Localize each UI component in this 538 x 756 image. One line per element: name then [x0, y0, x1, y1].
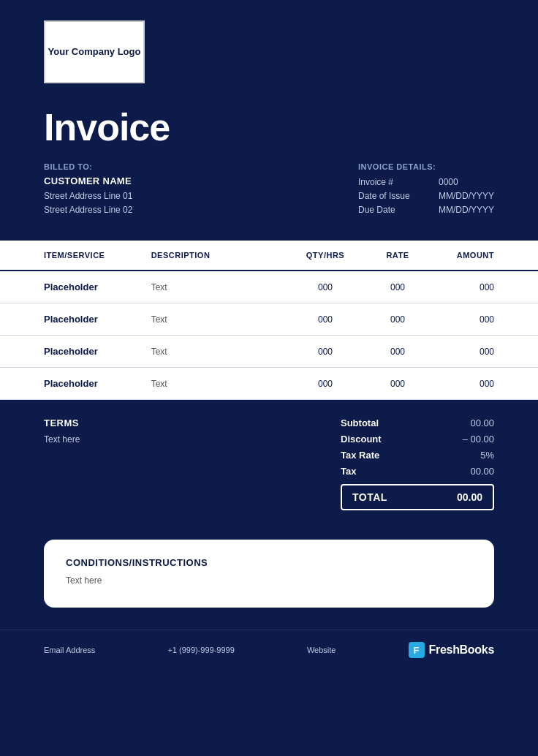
- row-rate: 000: [365, 347, 430, 357]
- date-issue-row: Date of Issue MM/DD/YYYY: [358, 191, 494, 201]
- row-item: Placeholder: [44, 378, 151, 389]
- row-qty: 000: [285, 282, 365, 292]
- table-header: ITEM/SERVICE DESCRIPTION QTY/HRS RATE AM…: [0, 241, 538, 271]
- table-row: Placeholder Text 000 000 000: [0, 303, 538, 336]
- row-item: Placeholder: [44, 281, 151, 292]
- invoice-details: INVOICE DETAILS: Invoice # 0000 Date of …: [358, 162, 494, 219]
- freshbooks-icon: F: [409, 642, 425, 658]
- billed-to: BILLED TO: CUSTOMER NAME Street Address …: [44, 162, 132, 219]
- col-header-item: ITEM/SERVICE: [44, 251, 151, 260]
- invoice-title-section: Invoice: [0, 98, 538, 149]
- conditions-text: Text here: [66, 575, 472, 586]
- row-desc: Text: [151, 347, 285, 357]
- row-rate: 000: [365, 314, 430, 325]
- due-date-val: MM/DD/YYYY: [439, 205, 494, 215]
- total-box: TOTAL 00.00: [341, 484, 494, 510]
- address-line2: Street Address Line 02: [44, 203, 132, 217]
- row-item: Placeholder: [44, 314, 151, 325]
- table-row: Placeholder Text 000 000 000: [0, 271, 538, 303]
- total-val: 00.00: [457, 491, 482, 503]
- col-header-qty: QTY/HRS: [285, 251, 365, 260]
- table-row: Placeholder Text 000 000 000: [0, 368, 538, 400]
- tax-label: Tax: [341, 466, 399, 477]
- col-header-amount: AMOUNT: [430, 251, 494, 260]
- footer-phone: +1 (999)-999-9999: [167, 646, 234, 654]
- invoice-details-label: INVOICE DETAILS:: [358, 162, 494, 171]
- row-item: Placeholder: [44, 346, 151, 357]
- conditions-section: CONDITIONS/INSTRUCTIONS Text here: [0, 532, 538, 630]
- freshbooks-name: FreshBooks: [429, 643, 494, 657]
- invoice-num-row: Invoice # 0000: [358, 177, 494, 187]
- invoice-num-val: 0000: [439, 177, 458, 187]
- row-amount: 000: [430, 379, 494, 389]
- conditions-title: CONDITIONS/INSTRUCTIONS: [66, 557, 472, 568]
- tax-rate-val: 5%: [450, 450, 494, 461]
- row-qty: 000: [285, 314, 365, 325]
- discount-line: Discount – 00.00: [341, 434, 494, 445]
- terms-title: TERMS: [44, 417, 341, 428]
- row-rate: 000: [365, 282, 430, 292]
- date-issue-val: MM/DD/YYYY: [439, 191, 494, 201]
- freshbooks-logo: F FreshBooks: [409, 642, 494, 658]
- totals-block: Subtotal 00.00 Discount – 00.00 Tax Rate…: [341, 417, 494, 510]
- date-issue-label: Date of Issue: [358, 191, 424, 201]
- subtotal-line: Subtotal 00.00: [341, 417, 494, 428]
- terms-text: Text here: [44, 434, 341, 445]
- totals-section: TERMS Text here Subtotal 00.00 Discount …: [0, 400, 538, 532]
- row-rate: 000: [365, 379, 430, 389]
- row-desc: Text: [151, 314, 285, 325]
- tax-val: 00.00: [450, 466, 494, 477]
- row-desc: Text: [151, 379, 285, 389]
- invoice-title: Invoice: [44, 105, 494, 149]
- row-desc: Text: [151, 282, 285, 292]
- due-date-row: Due Date MM/DD/YYYY: [358, 205, 494, 215]
- customer-name: CUSTOMER NAME: [44, 175, 132, 186]
- subtotal-val: 00.00: [450, 417, 494, 428]
- discount-label: Discount: [341, 434, 399, 445]
- tax-rate-line: Tax Rate 5%: [341, 450, 494, 461]
- footer: Email Address +1 (999)-999-9999 Website …: [0, 630, 538, 670]
- due-date-label: Due Date: [358, 205, 424, 215]
- tax-line: Tax 00.00: [341, 466, 494, 477]
- logo-box: Your Company Logo: [44, 20, 145, 83]
- subtotal-label: Subtotal: [341, 417, 399, 428]
- row-qty: 000: [285, 379, 365, 389]
- col-header-rate: RATE: [365, 251, 430, 260]
- tax-rate-label: Tax Rate: [341, 450, 399, 461]
- invoice-num-label: Invoice #: [358, 177, 424, 187]
- billed-to-label: BILLED TO:: [44, 162, 132, 171]
- logo-text: Your Company Logo: [48, 46, 141, 58]
- terms-block: TERMS Text here: [44, 417, 341, 445]
- col-header-desc: DESCRIPTION: [151, 251, 285, 260]
- row-amount: 000: [430, 347, 494, 357]
- bill-details-row: BILLED TO: CUSTOMER NAME Street Address …: [0, 162, 538, 219]
- row-qty: 000: [285, 347, 365, 357]
- header: Your Company Logo: [0, 0, 538, 98]
- table-row: Placeholder Text 000 000 000: [0, 336, 538, 368]
- conditions-card: CONDITIONS/INSTRUCTIONS Text here: [44, 540, 494, 608]
- footer-email: Email Address: [44, 646, 95, 654]
- discount-val: – 00.00: [450, 434, 494, 445]
- row-amount: 000: [430, 282, 494, 292]
- invoice-table: ITEM/SERVICE DESCRIPTION QTY/HRS RATE AM…: [0, 241, 538, 400]
- total-label: TOTAL: [352, 491, 387, 503]
- footer-website: Website: [307, 646, 336, 654]
- table-rows: Placeholder Text 000 000 000 Placeholder…: [0, 271, 538, 400]
- row-amount: 000: [430, 314, 494, 325]
- address-line1: Street Address Line 01: [44, 189, 132, 203]
